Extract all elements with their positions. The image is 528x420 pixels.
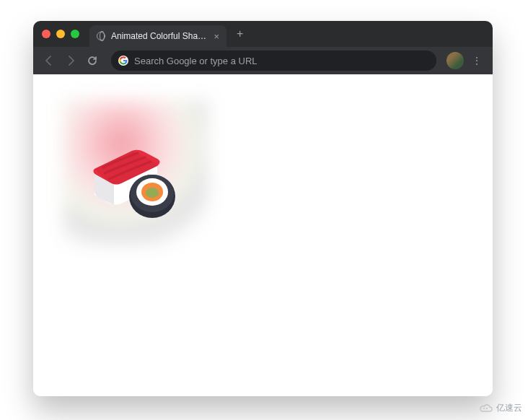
svg-point-4	[146, 188, 159, 198]
forward-button[interactable]	[62, 52, 79, 69]
reload-button[interactable]	[84, 52, 101, 69]
watermark: 亿速云	[478, 402, 522, 414]
toolbar: Search Google or type a URL ⋮	[33, 47, 493, 74]
cloud-icon	[478, 403, 493, 414]
tab-title: Animated Colorful Shadow	[111, 31, 208, 41]
omnibox-placeholder: Search Google or type a URL	[134, 56, 258, 66]
browser-window: Animated Colorful Shadow × + Search Goog	[33, 21, 493, 396]
profile-avatar[interactable]	[446, 52, 464, 69]
svg-point-5	[483, 408, 485, 409]
maximize-window-button[interactable]	[71, 30, 79, 38]
svg-point-6	[486, 408, 488, 409]
google-icon	[118, 56, 128, 66]
back-button[interactable]	[40, 52, 58, 69]
close-tab-button[interactable]: ×	[214, 32, 219, 41]
traffic-lights	[42, 30, 79, 38]
new-tab-button[interactable]: +	[237, 27, 243, 40]
page-content	[33, 74, 493, 396]
minimize-window-button[interactable]	[56, 30, 65, 38]
watermark-text: 亿速云	[496, 402, 522, 414]
close-window-button[interactable]	[42, 30, 50, 38]
address-bar[interactable]: Search Google or type a URL	[111, 51, 436, 71]
animated-shadow-demo	[63, 100, 208, 245]
chrome-menu-button[interactable]: ⋮	[468, 55, 485, 66]
globe-icon	[97, 32, 105, 40]
sushi-icon	[82, 118, 190, 227]
title-bar: Animated Colorful Shadow × +	[33, 21, 493, 47]
browser-tab[interactable]: Animated Colorful Shadow ×	[89, 25, 226, 47]
